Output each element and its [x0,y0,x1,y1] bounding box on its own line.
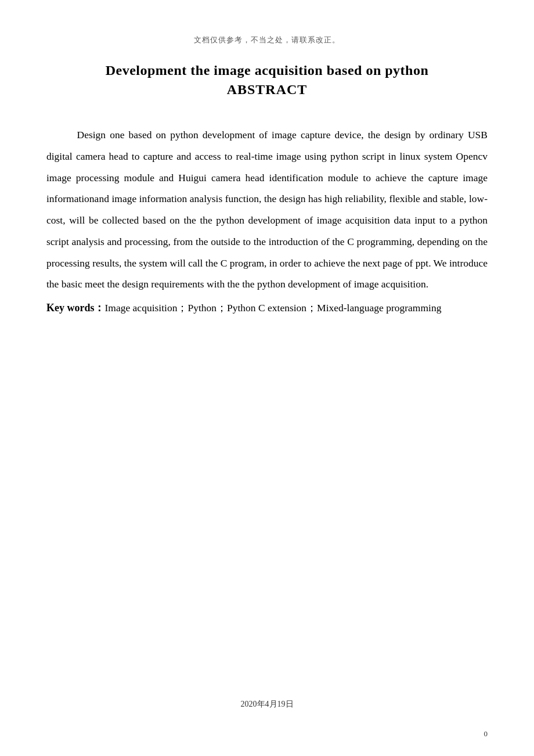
keywords-value: Image acquisition；Python；Python C extens… [105,302,442,314]
page-number: 0 [484,729,488,739]
watermark-text: 文档仅供参考，不当之处，请联系改正。 [46,35,488,45]
document-page: 文档仅供参考，不当之处，请联系改正。 Development the image… [0,0,534,756]
title-line2: ABSTRACT [46,82,488,98]
abstract-paragraph: Design one based on python development o… [46,124,488,295]
keywords-line: Key words：Image acquisition；Python；Pytho… [46,297,488,319]
title-line1: Development the image acquisition based … [46,63,488,78]
keywords-label: Key words： [46,302,105,314]
abstract-body: Design one based on python development o… [46,124,488,675]
footer: 2020年4月19日 [46,675,488,710]
title-section: Development the image acquisition based … [46,63,488,98]
footer-date: 2020年4月19日 [241,700,294,708]
